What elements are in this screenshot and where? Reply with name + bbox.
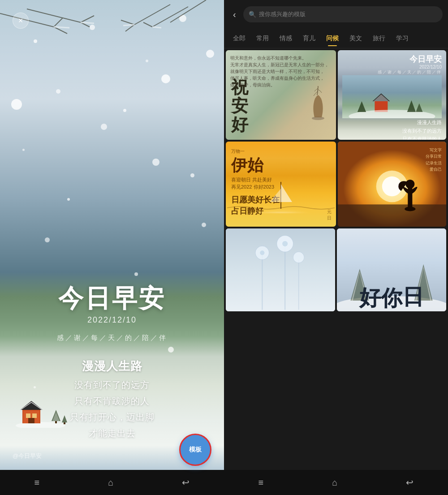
tab-quanlang[interactable]: 全郎 <box>228 31 251 46</box>
sunset-line-3: 记录生活 <box>426 160 442 166</box>
card-zhu-text-top: 明天和意外，你永远不知道哪个先来。 无常才是真实人生，新冠已是无常人生的一部分，… <box>230 55 332 88</box>
template-grid: 明天和意外，你永远不知道哪个先来。 无常才是真实人生，新冠已是无常人生的一部分，… <box>224 48 448 470</box>
back-nav-icon[interactable]: ↩ <box>182 477 190 488</box>
search-bar[interactable]: 🔍 搜你感兴趣的模版 <box>243 6 443 22</box>
grid-row-1: 明天和意外，你永远不知道哪个先来。 无常才是真实人生，新冠已是无常人生的一部分，… <box>226 50 446 140</box>
poem-line-3: 只有不肯跋涉的人 <box>13 393 211 409</box>
card-morning-title: 今日早安 <box>342 55 442 65</box>
date-text: 2022/12/10 <box>13 315 211 325</box>
right-bottom-nav: ≡ ⌂ ↩ <box>224 470 448 495</box>
left-main-content: 今日早安 2022/12/10 感／谢／每／天／的／陪／伴 漫漫人生路 没有到不… <box>0 284 224 441</box>
home-icon[interactable]: ⌂ <box>108 478 113 488</box>
poem-block: 漫漫人生路 没有到不了的远方 只有不肯跋涉的人 只有打开心，迈出脚 才能走出去 <box>13 356 211 441</box>
svg-point-57 <box>282 241 288 246</box>
grid-row-3: 冬日不居 冬日不居 冬／日／安／好 你来时冬至，但窗上风止，田园皆我走来，徐徐归… <box>226 228 446 311</box>
svg-line-14 <box>123 25 134 26</box>
main-title: 今日早安 <box>13 284 211 312</box>
svg-line-4 <box>81 16 94 22</box>
svg-line-7 <box>152 7 188 27</box>
card-morning-poems: 漫漫人生路 没有到不了的远方 只有不肯跋涉的人 只有打开心，迈出脚 <box>342 118 442 140</box>
tab-meiwen[interactable]: 美文 <box>344 31 367 46</box>
right-home-icon[interactable]: ⌂ <box>332 478 337 488</box>
menu-icon[interactable]: ≡ <box>34 478 40 488</box>
svg-line-1 <box>27 9 81 22</box>
svg-line-15 <box>152 27 161 28</box>
card-yi-shi[interactable]: 万物一 伊始 喜迎朝日 共赴美好再见2022 你好2023 <box>226 142 336 227</box>
category-tabs: 全郎 常用 情感 育儿 问候 美文 旅行 学习 <box>224 29 448 48</box>
tab-lvxing[interactable]: 旅行 <box>367 31 391 46</box>
tab-xuexi[interactable]: 学习 <box>391 31 414 46</box>
vase-decoration <box>309 86 327 122</box>
close-button[interactable]: × <box>13 13 29 29</box>
card-poem-1: 漫漫人生路 <box>342 118 442 127</box>
tab-changyong[interactable]: 常用 <box>251 31 274 46</box>
svg-line-12 <box>54 27 69 28</box>
template-label: 模板 <box>189 446 202 454</box>
sunset-line-1: 写文字 <box>426 147 442 153</box>
watermark: @今日早安 <box>13 452 42 460</box>
sunset-line-2: 分享日常 <box>426 153 442 159</box>
right-panel: ‹ 🔍 搜你感兴趣的模版 全郎 常用 情感 育儿 问候 美文 旅行 学习 明天和… <box>224 0 448 495</box>
svg-point-55 <box>293 252 304 263</box>
svg-marker-40 <box>281 184 292 202</box>
svg-point-56 <box>260 250 264 255</box>
search-icon: 🔍 <box>249 11 256 18</box>
card-yi-bottom: 元日 <box>327 209 332 221</box>
search-header: ‹ 🔍 搜你感兴趣的模版 <box>224 0 448 29</box>
left-panel: × 今日早安 2022/12/10 感／谢／每／天／的／陪／伴 漫漫人生路 没有… <box>0 0 224 495</box>
card-poem-2: 没有到不了的远方 <box>342 127 442 135</box>
card-morning[interactable]: 今日早安 2022/12/10 感／谢／每／天／的／陪／伴 <box>338 50 446 140</box>
svg-line-2 <box>54 18 63 27</box>
grid-row-2: 万物一 伊始 喜迎朝日 共赴美好再见2022 你好2023 <box>226 142 446 227</box>
tab-wenhou[interactable]: 问候 <box>321 31 344 46</box>
card-zhu-an-hao[interactable]: 明天和意外，你永远不知道哪个先来。 无常才是真实人生，新冠已是无常人生的一部分，… <box>226 50 336 140</box>
poem-line-4: 只有打开心，迈出脚 <box>13 409 211 425</box>
close-icon: × <box>18 16 23 26</box>
right-back-icon[interactable]: ↩ <box>406 477 414 488</box>
tab-qinggan[interactable]: 情感 <box>274 31 297 46</box>
svg-line-13 <box>81 22 94 23</box>
svg-line-8 <box>170 0 206 22</box>
branch-decoration <box>0 0 224 54</box>
back-button[interactable]: ‹ <box>229 6 240 23</box>
svg-point-48 <box>405 180 414 189</box>
right-menu-icon[interactable]: ≡ <box>258 478 264 488</box>
dong-scene <box>226 228 335 311</box>
ri-text-container: 日你好 <box>337 228 446 311</box>
subtitle: 感／谢／每／天／的／陪／伴 <box>13 334 211 342</box>
template-button[interactable]: 模板 <box>179 434 211 466</box>
svg-rect-45 <box>338 204 446 227</box>
card-yi-scene <box>226 177 336 213</box>
left-bottom-nav: ≡ ⌂ ↩ <box>0 470 224 495</box>
search-placeholder-text: 搜你感兴趣的模版 <box>259 10 306 18</box>
poem-line-2: 没有到不了的远方 <box>13 377 211 393</box>
card-morning-subtitle: 感／谢／每／天／的／陪／伴 <box>342 69 442 75</box>
card-poem-3: 只有不肯跋涉的人 <box>342 135 442 140</box>
sunset-line-4: 爱自己 <box>426 166 442 172</box>
svg-line-6 <box>134 4 170 25</box>
card-dong-ri[interactable]: 冬日不居 冬日不居 冬／日／安／好 你来时冬至，但窗上风止，田园皆我走来，徐徐归… <box>226 228 335 311</box>
card-yi-title: 伊始 <box>231 156 331 174</box>
tab-yuer[interactable]: 育儿 <box>297 31 321 46</box>
poem-line-1: 漫漫人生路 <box>13 356 211 377</box>
card-ri-ni-hao[interactable]: 日你好 <box>337 228 446 311</box>
svg-line-9 <box>121 20 134 25</box>
svg-line-11 <box>143 22 152 27</box>
card-sunset-texts: 写文字 分享日常 记录生活 爱自己 <box>426 147 442 173</box>
card-yi-top-text: 万物一 <box>231 148 331 155</box>
card-morning-scene <box>342 75 442 119</box>
card-morning-date: 2022/12/10 <box>342 65 442 69</box>
svg-marker-41 <box>270 189 281 202</box>
template-button-container: 模板 <box>179 434 211 466</box>
card-morning-header: 今日早安 2022/12/10 感／谢／每／天／的／陪／伴 <box>342 55 442 75</box>
card-sunset[interactable]: 写文字 分享日常 记录生活 爱自己 <box>338 142 446 227</box>
